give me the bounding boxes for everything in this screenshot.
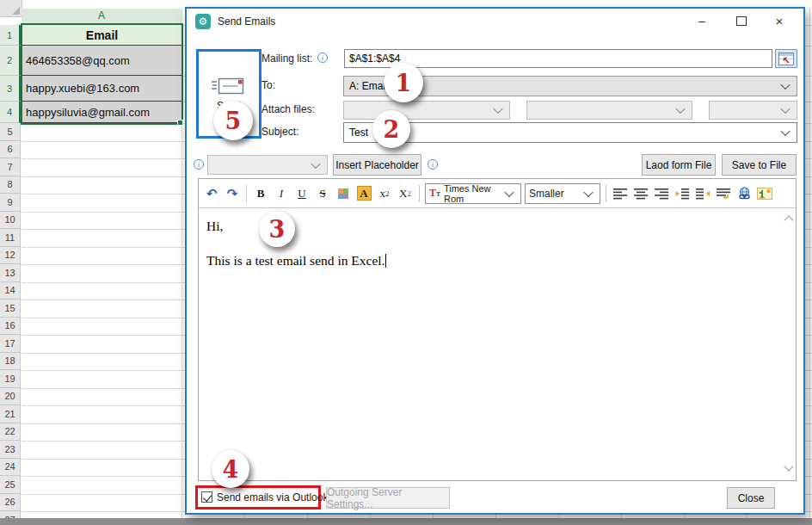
outgoing-server-settings-button[interactable]: Outgoing Server Settings... [326, 487, 450, 509]
row-header-12[interactable]: 12 [0, 247, 21, 265]
align-center-icon [634, 188, 649, 200]
editor-scrollbar[interactable] [782, 208, 796, 480]
row-header-20[interactable]: 20 [0, 388, 21, 406]
chevron-down-icon [675, 104, 685, 114]
italic-button[interactable]: I [273, 184, 290, 203]
color-palette-icon [338, 188, 348, 199]
font-family-value: Times New Rom [444, 183, 505, 204]
outlook-checkbox-label: Send emails via Outlook [217, 491, 328, 503]
cell-A1[interactable]: Email [22, 25, 181, 46]
chevron-down-icon [780, 80, 790, 90]
row-header-14[interactable]: 14 [0, 282, 21, 300]
chevron-down-icon [583, 187, 593, 196]
scroll-down-icon[interactable] [784, 461, 793, 471]
attach-files-label: Attach files: [261, 103, 315, 117]
load-from-file-button[interactable]: Laod form File [642, 154, 716, 176]
line-spacing-icon [717, 188, 731, 200]
row-header-17[interactable]: 17 [0, 335, 21, 353]
decrease-indent-button[interactable] [674, 184, 691, 203]
row-header-22[interactable]: 22 [0, 423, 21, 442]
callout-badge-2: 2 [372, 110, 410, 148]
select-all-corner[interactable] [0, 0, 22, 17]
subscript-button[interactable]: X2 [397, 184, 414, 203]
attach-file-dropdown-1[interactable] [343, 101, 510, 120]
strikethrough-button[interactable]: S [314, 184, 331, 203]
increase-indent-button[interactable] [694, 184, 711, 203]
subject-label: Subject: [261, 126, 298, 139]
mailing-list-info-icon[interactable] [317, 52, 328, 63]
select-all-triangle-icon [12, 7, 20, 15]
superscript-button[interactable]: x2 [376, 184, 393, 203]
row-header-19[interactable]: 19 [0, 370, 21, 388]
font-color-button[interactable] [335, 184, 352, 203]
row-header-8[interactable]: 8 [0, 176, 21, 195]
placeholder-info-icon[interactable] [194, 159, 204, 170]
toolbar-separator [419, 185, 420, 202]
row-header-18[interactable]: 18 [0, 353, 21, 371]
row-header-25[interactable]: 25 [0, 476, 21, 494]
row-header-26[interactable]: 26 [0, 494, 21, 512]
row-header-24[interactable]: 24 [0, 459, 21, 477]
underline-button[interactable]: U [293, 184, 311, 203]
grid-line [181, 9, 182, 525]
mailing-list-label: Mailing list: [261, 52, 312, 66]
maximize-icon[interactable] [730, 12, 753, 29]
highlight-button[interactable]: A [355, 184, 372, 203]
row-header-7[interactable]: 7 [0, 158, 21, 176]
insert-placeholder-button[interactable]: Insert Placeholder [333, 154, 421, 176]
cell-A2[interactable]: 464653358@qq.com [22, 46, 181, 76]
row-header-6[interactable]: 6 [0, 141, 21, 159]
bold-button[interactable]: B [252, 184, 269, 203]
scroll-up-icon[interactable] [784, 215, 793, 225]
close-icon[interactable]: × [768, 12, 790, 29]
insert-image-button[interactable] [756, 184, 773, 203]
subject-dropdown[interactable]: Test [343, 122, 797, 143]
outlook-checkbox[interactable] [201, 491, 212, 503]
fill-handle[interactable] [177, 120, 183, 126]
insert-placeholder-info-icon[interactable] [428, 159, 438, 170]
row-header-9[interactable]: 9 [0, 194, 21, 212]
callout-badge-5: 5 [213, 101, 253, 140]
font-size-dropdown[interactable]: Smaller [525, 183, 600, 204]
row-header-15[interactable]: 15 [0, 300, 21, 318]
row-header-5[interactable]: 5 [0, 123, 21, 141]
row-header-2[interactable]: 2 [0, 46, 21, 76]
redo-icon[interactable]: ↷ [224, 184, 241, 203]
callout-badge-4: 4 [212, 450, 249, 488]
chevron-down-icon [311, 158, 320, 168]
row-header-11[interactable]: 11 [0, 229, 21, 247]
row-header-16[interactable]: 16 [0, 318, 21, 336]
body-line-2: This is a test email send in Excel. [206, 253, 774, 269]
cell-A3[interactable]: happy.xuebi@163.com [22, 76, 181, 102]
toolbar-separator [606, 185, 606, 202]
range-picker-button[interactable] [775, 49, 797, 68]
save-to-file-button[interactable]: Save to File [722, 154, 797, 176]
font-family-dropdown[interactable]: Times New Rom [425, 183, 521, 204]
attach-file-dropdown-3[interactable] [709, 101, 797, 120]
align-right-button[interactable] [653, 184, 670, 203]
row-header-23[interactable]: 23 [0, 441, 21, 459]
row-header-21[interactable]: 21 [0, 405, 21, 423]
undo-icon[interactable]: ↶ [203, 184, 220, 203]
row-header-10[interactable]: 10 [0, 212, 21, 230]
dialog-titlebar[interactable]: ⚙ Send Emails – × [187, 9, 803, 34]
minimize-icon[interactable]: – [691, 12, 713, 29]
close-button[interactable]: Close [727, 487, 775, 509]
row-header-4[interactable]: 4 [0, 102, 21, 123]
column-header-A[interactable]: A [22, 9, 182, 25]
kutools-app-icon: ⚙ [195, 14, 211, 29]
hyperlink-button[interactable] [735, 184, 753, 203]
grid-line [809, 9, 810, 525]
line-spacing-button[interactable] [715, 184, 732, 203]
row-header-13[interactable]: 13 [0, 264, 21, 282]
row-header-1[interactable]: 1 [0, 25, 21, 46]
align-left-button[interactable] [612, 184, 629, 203]
placeholder-dropdown[interactable] [207, 155, 328, 175]
callout-badge-3: 3 [259, 211, 295, 247]
align-center-button[interactable] [632, 184, 649, 203]
email-body-text[interactable]: Hi, This is a test email send in Excel. [199, 208, 782, 480]
chevron-down-icon [780, 104, 790, 114]
cell-A4[interactable]: happysiluvia@gmail.com [22, 102, 181, 123]
attach-file-dropdown-2[interactable] [526, 101, 692, 120]
row-header-3[interactable]: 3 [0, 76, 21, 102]
